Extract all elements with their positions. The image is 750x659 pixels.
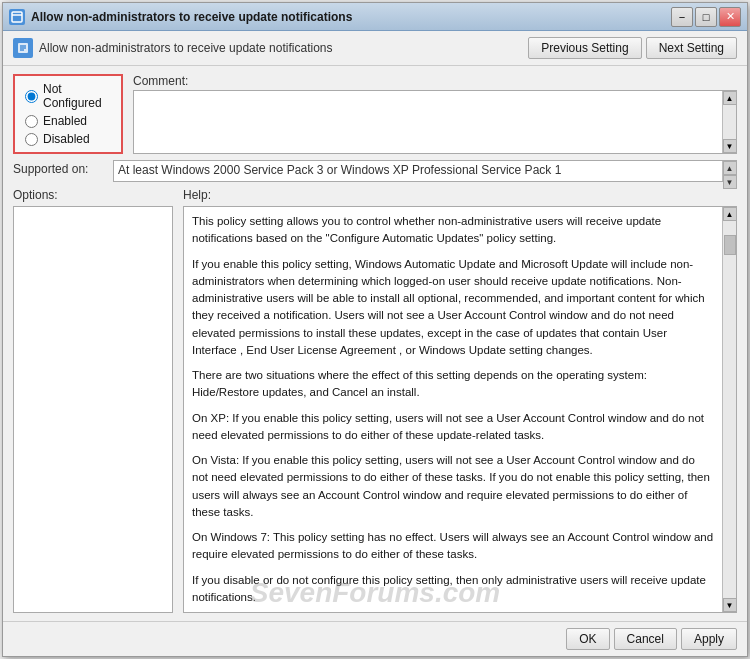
supported-section: Supported on: At least Windows 2000 Serv… <box>13 160 737 182</box>
supported-label: Supported on: <box>13 160 113 176</box>
help-text: This policy setting allows you to contro… <box>184 207 722 612</box>
comment-scrollbar[interactable]: ▲ ▼ <box>722 91 736 153</box>
close-button[interactable]: ✕ <box>719 7 741 27</box>
title-bar: Allow non-administrators to receive upda… <box>3 3 747 31</box>
radio-panel: Not Configured Enabled Disabled <box>13 74 123 154</box>
toolbar-title-area: Allow non-administrators to receive upda… <box>13 38 524 58</box>
help-scroll-thumb <box>724 235 736 255</box>
supported-scroll-up[interactable]: ▲ <box>723 161 737 175</box>
radio-enabled[interactable]: Enabled <box>25 114 111 128</box>
toolbar: Allow non-administrators to receive upda… <box>3 31 747 66</box>
help-scrollbar[interactable]: ▲ ▼ <box>722 207 736 612</box>
comment-panel: Comment: ▲ ▼ <box>133 74 737 154</box>
content-area: Not Configured Enabled Disabled Comment:… <box>3 66 747 621</box>
options-box <box>13 206 173 613</box>
maximize-button[interactable]: □ <box>695 7 717 27</box>
radio-disabled[interactable]: Disabled <box>25 132 111 146</box>
apply-button[interactable]: Apply <box>681 628 737 650</box>
comment-scroll-up[interactable]: ▲ <box>723 91 737 105</box>
svg-rect-0 <box>12 12 22 22</box>
main-window: Allow non-administrators to receive upda… <box>2 2 748 657</box>
top-section: Not Configured Enabled Disabled Comment:… <box>13 74 737 154</box>
radio-not-configured-input[interactable] <box>25 90 38 103</box>
policy-icon <box>13 38 33 58</box>
comment-scroll-track <box>723 105 736 139</box>
help-box: This policy setting allows you to contro… <box>183 206 737 613</box>
comment-label: Comment: <box>133 74 737 88</box>
comment-scroll-down[interactable]: ▼ <box>723 139 737 153</box>
ok-button[interactable]: OK <box>566 628 609 650</box>
radio-disabled-input[interactable] <box>25 133 38 146</box>
next-setting-button[interactable]: Next Setting <box>646 37 737 59</box>
options-panel: Options: <box>13 188 173 613</box>
help-scroll-down[interactable]: ▼ <box>723 598 737 612</box>
footer: OK Cancel Apply <box>3 621 747 656</box>
help-scroll-up[interactable]: ▲ <box>723 207 737 221</box>
toolbar-title-text: Allow non-administrators to receive upda… <box>39 41 332 55</box>
comment-box[interactable]: ▲ ▼ <box>133 90 737 154</box>
toolbar-buttons: Previous Setting Next Setting <box>528 37 737 59</box>
supported-value: At least Windows 2000 Service Pack 3 or … <box>118 163 561 177</box>
radio-not-configured[interactable]: Not Configured <box>25 82 111 110</box>
window-icon <box>9 9 25 25</box>
previous-setting-button[interactable]: Previous Setting <box>528 37 641 59</box>
options-label: Options: <box>13 188 173 202</box>
title-bar-text: Allow non-administrators to receive upda… <box>31 10 671 24</box>
radio-not-configured-label[interactable]: Not Configured <box>43 82 111 110</box>
help-panel: Help: This policy setting allows you to … <box>183 188 737 613</box>
radio-enabled-label[interactable]: Enabled <box>43 114 87 128</box>
help-label: Help: <box>183 188 737 202</box>
supported-scroll-down[interactable]: ▼ <box>723 175 737 189</box>
radio-disabled-label[interactable]: Disabled <box>43 132 90 146</box>
minimize-button[interactable]: − <box>671 7 693 27</box>
cancel-button[interactable]: Cancel <box>614 628 677 650</box>
supported-box: At least Windows 2000 Service Pack 3 or … <box>113 160 737 182</box>
bottom-section: Options: Help: This policy setting allow… <box>13 188 737 613</box>
radio-enabled-input[interactable] <box>25 115 38 128</box>
help-scroll-track <box>723 255 736 598</box>
title-bar-controls: − □ ✕ <box>671 7 741 27</box>
supported-scrollbar[interactable]: ▲ ▼ <box>722 161 736 181</box>
